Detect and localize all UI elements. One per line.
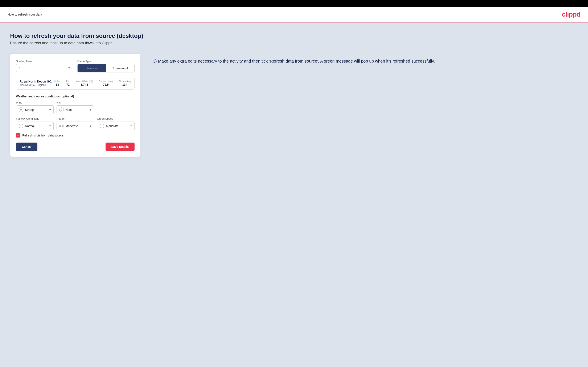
fairway-value: Normal: [25, 124, 35, 128]
rough-field: Rough Moderate ▼: [57, 117, 94, 130]
header: How to refresh your data clippd: [0, 7, 588, 23]
page-subtitle: Ensure the correct and most up to date d…: [10, 41, 578, 45]
rain-select[interactable]: None ▼: [57, 105, 94, 114]
main-content: How to refresh your data from source (de…: [0, 23, 588, 367]
top-bar: [0, 0, 588, 7]
info-text: 3) Make any extra edits necessary to the…: [153, 58, 578, 64]
slope-rating-value: 134: [119, 83, 131, 86]
refresh-checkbox[interactable]: ✓: [16, 133, 20, 138]
green-speed-label: Green Speed: [97, 117, 135, 120]
wind-label: Wind: [16, 101, 54, 104]
course-location: Westward Ho!, England: [19, 83, 54, 86]
logo: clippd: [562, 10, 580, 18]
stat-course-rating: Course rating 72.5: [99, 80, 113, 86]
refresh-checkbox-row: ✓ Refresh shots from data source: [16, 133, 135, 138]
fairway-chevron-icon: ▼: [49, 125, 51, 127]
green-speed-value: Moderate: [106, 124, 118, 128]
header-title: How to refresh your data: [8, 13, 42, 16]
holes-label: Holes: [54, 80, 60, 83]
green-speed-select[interactable]: Moderate ▼: [97, 122, 135, 130]
rough-value: Moderate: [66, 124, 78, 128]
green-speed-field: Green Speed Moderate ▼: [97, 117, 135, 130]
green-speed-chevron-icon: ▼: [130, 125, 132, 127]
rain-label: Rain: [57, 101, 94, 104]
rough-chevron-icon: ▼: [89, 125, 92, 127]
starting-hole-chevron-icon: ▼: [68, 67, 70, 69]
course-name: Royal North Devon GC,: [19, 80, 54, 83]
content-row: Starting Hole 1 ▼ Game Type Practice Tou…: [10, 54, 578, 157]
course-rating-label: Course rating: [99, 80, 113, 83]
rain-value: None: [66, 108, 72, 111]
holes-value: 18: [54, 83, 60, 86]
fairway-icon: [19, 124, 23, 128]
rain-chevron-icon: ▼: [89, 108, 92, 111]
tournament-button[interactable]: Tournament: [106, 64, 134, 72]
page-title: How to refresh your data from source (de…: [10, 33, 578, 39]
save-button[interactable]: Save Details: [105, 142, 135, 151]
top-fields-row: Starting Hole 1 ▼ Game Type Practice Tou…: [16, 60, 135, 72]
wind-icon: [19, 108, 23, 112]
rain-field: Rain None ▼: [57, 101, 94, 114]
fairway-field: Fairway Conditions Normal ▼: [16, 117, 54, 130]
starting-hole-group: Starting Hole 1 ▼: [16, 60, 73, 72]
refresh-checkbox-label: Refresh shots from data source: [22, 134, 63, 137]
wind-value: Strong: [25, 108, 34, 111]
edit-card: Starting Hole 1 ▼ Game Type Practice Tou…: [10, 54, 140, 157]
stat-yards: Yards/White (M)) 6,744: [76, 80, 93, 86]
wind-select[interactable]: Strong ▼: [16, 105, 54, 114]
course-stats: Holes 18 Par 72 Yards/White (M)) 6,744 C…: [54, 80, 131, 86]
rough-icon: [59, 124, 64, 128]
stat-slope-rating: Slope rating 134: [119, 80, 131, 86]
green-speed-icon: [100, 124, 104, 128]
stat-par: Par 72: [66, 80, 70, 86]
yards-label: Yards/White (M)): [76, 80, 93, 83]
starting-hole-value: 1: [19, 66, 21, 70]
wind-field: Wind Strong ▼: [16, 101, 54, 114]
course-info: Royal North Devon GC, Westward Ho!, Engl…: [19, 80, 54, 86]
wind-rain-row: Wind Strong ▼ Rain: [16, 101, 135, 114]
fairway-label: Fairway Conditions: [16, 117, 54, 120]
fairway-rough-green-row: Fairway Conditions Normal ▼ Rough: [16, 117, 135, 130]
game-type-group: Game Type Practice Tournament: [77, 60, 135, 72]
checkmark-icon: ✓: [17, 134, 19, 137]
rough-label: Rough: [57, 117, 94, 120]
yards-value: 6,744: [76, 83, 93, 86]
game-type-buttons: Practice Tournament: [77, 64, 135, 72]
starting-hole-select[interactable]: 1 ▼: [16, 64, 73, 72]
conditions-section-title: Weather and course conditions (optional): [16, 95, 135, 98]
par-label: Par: [66, 80, 70, 83]
slope-rating-label: Slope rating: [119, 80, 131, 83]
starting-hole-label: Starting Hole: [16, 60, 73, 63]
game-type-label: Game Type: [77, 60, 135, 63]
rough-select[interactable]: Moderate ▼: [57, 122, 94, 130]
stat-holes: Holes 18: [54, 80, 60, 86]
par-value: 72: [66, 83, 70, 86]
wind-chevron-icon: ▼: [49, 108, 51, 111]
cancel-button[interactable]: Cancel: [16, 142, 37, 151]
practice-button[interactable]: Practice: [78, 64, 106, 72]
rain-icon: [59, 108, 64, 112]
action-row: Cancel Save Details: [16, 142, 135, 151]
info-panel: 3) Make any extra edits necessary to the…: [153, 54, 578, 64]
course-rating-value: 72.5: [99, 83, 113, 86]
fairway-select[interactable]: Normal ▼: [16, 122, 54, 130]
course-row: Royal North Devon GC, Westward Ho!, Engl…: [16, 77, 135, 90]
